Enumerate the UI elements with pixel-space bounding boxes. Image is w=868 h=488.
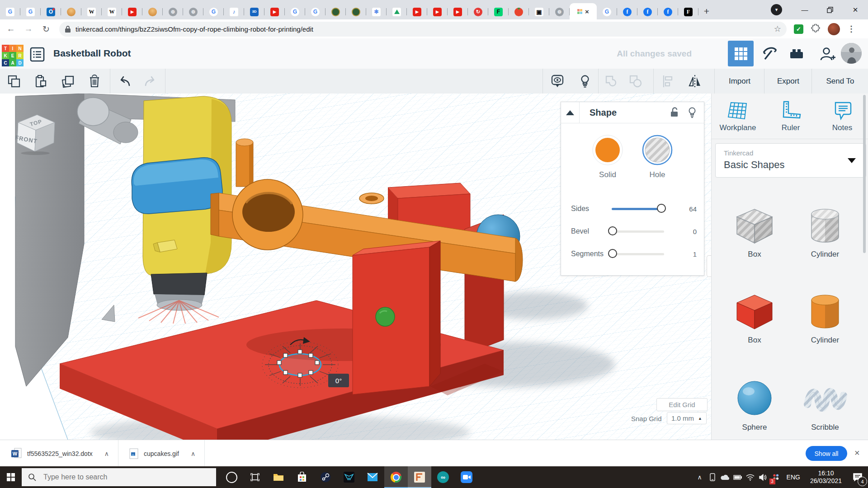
export-button[interactable]: Export: [764, 69, 812, 94]
brick-icon[interactable]: [788, 46, 805, 62]
tab-facebook[interactable]: f: [617, 4, 637, 19]
reload-icon[interactable]: ↻: [39, 22, 53, 36]
close-button[interactable]: ✕: [843, 0, 868, 19]
tab-google[interactable]: G: [203, 4, 224, 19]
tab-wikipedia[interactable]: W: [102, 4, 122, 19]
clock[interactable]: 16:10 26/03/2021: [805, 469, 847, 485]
apps-grid-button[interactable]: [728, 41, 754, 66]
download-caret-icon[interactable]: ∧: [191, 450, 195, 457]
slider-track[interactable]: [612, 253, 664, 255]
tab-drive[interactable]: [387, 4, 407, 19]
tab-frame[interactable]: ▣: [529, 4, 549, 19]
add-user-icon[interactable]: [819, 46, 836, 63]
tab-facebook[interactable]: f: [658, 4, 678, 19]
tab-forbes[interactable]: F: [678, 4, 698, 19]
tab-translate[interactable]: G: [20, 4, 41, 19]
shape-item-cylinder-cyl-orange[interactable]: Cylinder: [793, 289, 857, 345]
back-icon[interactable]: ←: [4, 22, 18, 36]
tab-youtube[interactable]: ▶: [427, 4, 448, 19]
maximize-button[interactable]: [817, 0, 843, 19]
shape-item-cylinder-cyl-hole[interactable]: Cylinder: [793, 203, 857, 259]
tab-audio[interactable]: ♪: [224, 4, 244, 19]
shape-library-dropdown[interactable]: Tinkercad Basic Shapes: [715, 143, 866, 178]
language-indicator[interactable]: ENG: [782, 474, 805, 481]
tab-youtube[interactable]: ▶: [448, 4, 468, 19]
tab-youtube[interactable]: ▶: [407, 4, 427, 19]
taskbar-search[interactable]: [22, 468, 216, 486]
tab-translate[interactable]: G: [0, 4, 20, 19]
view-cube[interactable]: TOP FRONT: [10, 108, 57, 155]
arduino-icon[interactable]: ∞: [431, 466, 455, 488]
minimize-button[interactable]: —: [792, 0, 817, 19]
tray-expand-icon[interactable]: ∧: [693, 466, 706, 488]
wifi-icon[interactable]: [744, 466, 757, 488]
send-to-button[interactable]: Send To: [811, 69, 868, 94]
copy-icon[interactable]: [7, 74, 21, 89]
tab-refresh[interactable]: ↻: [468, 4, 488, 19]
hole-option[interactable]: Hole: [636, 134, 679, 179]
unlock-icon[interactable]: [670, 107, 679, 117]
tab-globe[interactable]: ◍: [163, 4, 183, 19]
solid-option[interactable]: Solid: [586, 134, 629, 179]
design-title[interactable]: Basketball Robot: [53, 48, 131, 59]
import-button[interactable]: Import: [714, 69, 764, 94]
minecraft-pickaxe-icon[interactable]: [761, 46, 778, 62]
extension-check-icon[interactable]: ✓: [794, 24, 803, 34]
duplicate-icon[interactable]: [61, 74, 75, 89]
tab-emblem[interactable]: [326, 4, 346, 19]
mail-icon[interactable]: [361, 466, 384, 488]
browser-avatar[interactable]: [828, 23, 840, 35]
slider-track[interactable]: [612, 208, 664, 210]
tab-globe[interactable]: ◍: [549, 4, 570, 19]
app-badge-icon[interactable]: 3: [769, 466, 782, 488]
active-tab-tinkercad[interactable]: ×: [570, 3, 597, 19]
task-view-icon[interactable]: [243, 466, 267, 488]
slider-handle[interactable]: [608, 226, 617, 235]
omnibox[interactable]: tinkercad.com/things/bzZ2siwsOfm-copy-of…: [59, 22, 787, 37]
shape-item-sphere-sphere[interactable]: Sphere: [723, 376, 786, 432]
phone-icon[interactable]: [706, 466, 719, 488]
microsoft-store-icon[interactable]: [290, 466, 314, 488]
slider-handle[interactable]: [608, 249, 617, 258]
ruler-tool[interactable]: Ruler: [766, 101, 816, 132]
tab-pet[interactable]: [142, 4, 163, 19]
file-explorer-icon[interactable]: [267, 466, 290, 488]
shape-item-box-box-red[interactable]: Box: [723, 289, 786, 345]
undo-icon[interactable]: [117, 74, 132, 89]
redo-icon[interactable]: [143, 74, 158, 89]
start-button[interactable]: [0, 466, 22, 488]
mirror-icon[interactable]: [688, 74, 702, 89]
align-icon[interactable]: [660, 74, 675, 89]
tab-wikipedia[interactable]: W: [81, 4, 102, 19]
edit-grid-button[interactable]: Edit Grid: [656, 398, 708, 411]
search-input[interactable]: [42, 473, 198, 482]
lightbulb-icon[interactable]: [578, 74, 592, 89]
battery-icon[interactable]: [731, 466, 744, 488]
steam-icon[interactable]: [314, 466, 337, 488]
tab-flower[interactable]: ✻: [366, 4, 387, 19]
workplane-tool[interactable]: Workplane: [713, 101, 763, 132]
tab-facebook[interactable]: f: [637, 4, 658, 19]
notes-tool[interactable]: Notes: [817, 101, 867, 132]
onedrive-icon[interactable]: [719, 466, 731, 488]
tab-pet[interactable]: [61, 4, 81, 19]
design-menu-button[interactable]: [30, 47, 45, 62]
zoom-icon[interactable]: [455, 466, 478, 488]
hide-lightbulb-icon[interactable]: [688, 107, 697, 118]
user-avatar[interactable]: [841, 43, 862, 64]
slider-track[interactable]: [612, 230, 664, 233]
new-tab-button[interactable]: +: [698, 3, 715, 19]
fusion360-icon[interactable]: [408, 466, 431, 488]
group-icon[interactable]: [604, 74, 618, 89]
tab-youtube[interactable]: ▶: [264, 4, 285, 19]
downloads-close-icon[interactable]: ×: [854, 448, 860, 458]
forward-icon[interactable]: →: [22, 22, 35, 36]
download-item[interactable]: cupcakes.gif∧: [125, 445, 200, 463]
predator-icon[interactable]: [337, 466, 361, 488]
shape-item-scribble-scribble[interactable]: Scribble: [793, 376, 857, 432]
tab-tomato[interactable]: [509, 4, 529, 19]
slider-handle[interactable]: [657, 204, 666, 213]
bookmark-star-icon[interactable]: ☆: [774, 24, 781, 34]
tab-emblem[interactable]: [346, 4, 366, 19]
ungroup-icon[interactable]: [628, 74, 643, 89]
